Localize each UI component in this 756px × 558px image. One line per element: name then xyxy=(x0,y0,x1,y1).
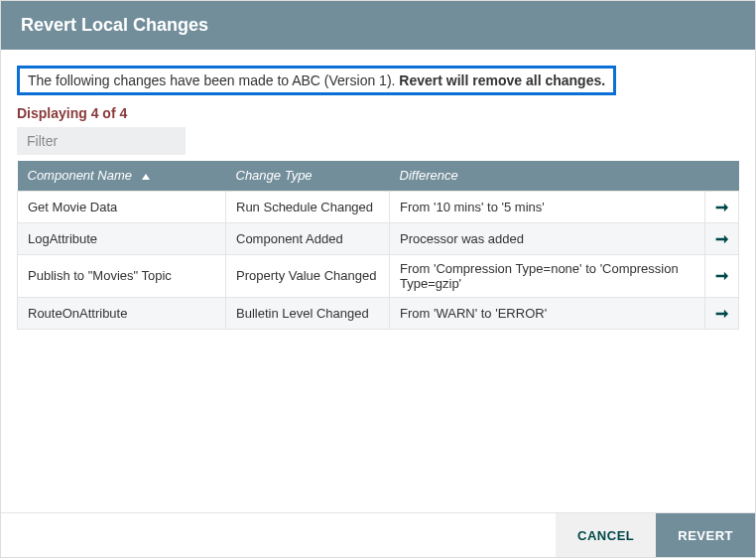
dialog-footer: CANCEL REVERT xyxy=(1,512,755,557)
revert-button[interactable]: REVERT xyxy=(656,513,755,557)
goto-component-icon[interactable]: ➞ xyxy=(715,229,728,248)
cell-difference: From 'Compression Type=none' to 'Compres… xyxy=(390,254,705,297)
filter-input[interactable] xyxy=(17,127,186,155)
col-component-name[interactable]: Component Name xyxy=(18,161,226,191)
cancel-button[interactable]: CANCEL xyxy=(556,513,656,557)
cell-component-name: RouteOnAttribute xyxy=(18,297,226,329)
cell-action: ➞ xyxy=(705,191,739,222)
cell-difference: From '10 mins' to '5 mins' xyxy=(390,191,705,222)
cell-component-name: LogAttribute xyxy=(18,222,226,254)
filter-row xyxy=(17,127,739,155)
dialog-title: Revert Local Changes xyxy=(1,1,755,50)
display-count: Displaying 4 of 4 xyxy=(17,105,739,121)
info-text: The following changes have been made to … xyxy=(28,72,399,88)
cell-difference: Processor was added xyxy=(390,222,705,254)
cell-change-type: Property Value Changed xyxy=(226,254,390,297)
goto-component-icon[interactable]: ➞ xyxy=(715,304,728,323)
sort-asc-icon xyxy=(142,174,150,180)
cell-action: ➞ xyxy=(705,297,739,329)
cell-component-name: Get Movie Data xyxy=(18,191,226,222)
goto-component-icon[interactable]: ➞ xyxy=(715,198,728,216)
info-banner: The following changes have been made to … xyxy=(17,66,616,95)
dialog-content: The following changes have been made to … xyxy=(1,50,755,512)
goto-component-icon[interactable]: ➞ xyxy=(715,266,728,285)
cell-action: ➞ xyxy=(705,222,739,254)
cell-difference: From 'WARN' to 'ERROR' xyxy=(390,297,705,329)
table-row: RouteOnAttributeBulletin Level ChangedFr… xyxy=(18,297,739,329)
col-action xyxy=(705,161,739,191)
cell-action: ➞ xyxy=(705,254,739,297)
col-component-label: Component Name xyxy=(28,168,133,183)
cell-component-name: Publish to "Movies" Topic xyxy=(18,254,226,297)
table-row: Get Movie DataRun Schedule ChangedFrom '… xyxy=(18,191,739,222)
table-row: LogAttributeComponent AddedProcessor was… xyxy=(18,222,739,254)
cell-change-type: Bulletin Level Changed xyxy=(226,297,390,329)
info-text-bold: Revert will remove all changes. xyxy=(399,72,605,88)
cell-change-type: Component Added xyxy=(226,222,390,254)
changes-table: Component Name Change Type Difference Ge… xyxy=(17,161,739,330)
cell-change-type: Run Schedule Changed xyxy=(226,191,390,222)
col-difference[interactable]: Difference xyxy=(390,161,705,191)
table-row: Publish to "Movies" TopicProperty Value … xyxy=(18,254,739,297)
col-change-type[interactable]: Change Type xyxy=(226,161,390,191)
